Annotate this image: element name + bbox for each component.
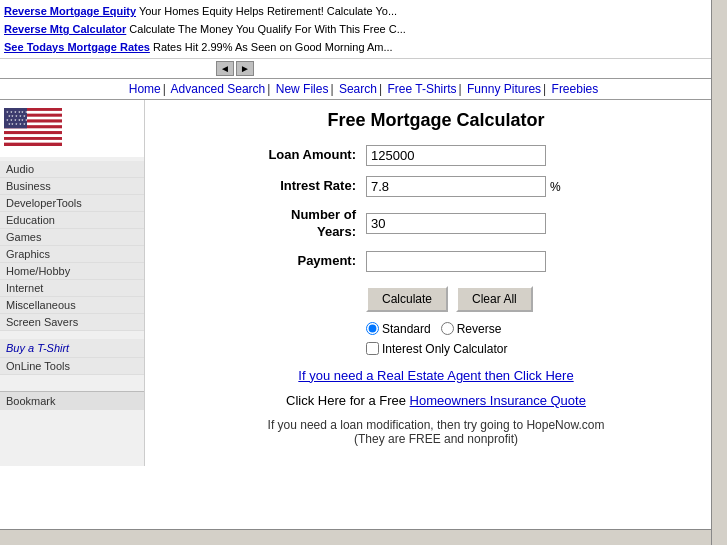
svg-rect-12	[4, 143, 62, 146]
interest-rate-input[interactable]	[366, 176, 546, 197]
nav-free-tshirts[interactable]: Free T-Shirts	[387, 82, 456, 96]
nav-funny-pictures[interactable]: Funny Pitures	[467, 82, 541, 96]
interest-only-checkbox[interactable]	[366, 342, 379, 355]
ad-text-1: Your Homes Equity Helps Retirement! Calc…	[139, 5, 397, 17]
calculator-title: Free Mortgage Calculator	[165, 110, 707, 131]
payment-input-wrapper	[366, 251, 546, 272]
ad-text-3: Rates Hit 2.99% As Seen on Good Morning …	[153, 41, 393, 53]
years-label: Number ofYears:	[256, 207, 366, 241]
payment-row: Payment:	[256, 251, 616, 272]
sidebar-item-screen-savers[interactable]: Screen Savers	[0, 314, 144, 331]
sidebar-item-education[interactable]: Education	[0, 212, 144, 229]
sidebar-item-bookmark[interactable]: Bookmark	[0, 391, 144, 410]
nav-freebies[interactable]: Freebies	[552, 82, 599, 96]
sidebar-item-online-tools[interactable]: OnLine Tools	[0, 358, 144, 375]
years-input[interactable]	[366, 213, 546, 234]
sidebar-item-buy-tshirt[interactable]: Buy a T-Shirt	[0, 339, 144, 358]
svg-rect-11	[4, 140, 62, 143]
interest-only-checkbox-label[interactable]: Interest Only Calculator	[366, 342, 507, 356]
payment-input[interactable]	[366, 251, 546, 272]
years-row: Number ofYears:	[256, 207, 616, 241]
sidebar-item-internet[interactable]: Internet	[0, 280, 144, 297]
svg-rect-8	[4, 131, 62, 134]
real-estate-link-area: If you need a Real Estate Agent then Cli…	[256, 368, 616, 383]
clear-button[interactable]: Clear All	[456, 286, 533, 312]
free-homeowners-area: Click Here for a Free Homeowners Insuran…	[256, 393, 616, 408]
sidebar-item-business[interactable]: Business	[0, 178, 144, 195]
loan-amount-label: Loan Amount:	[256, 147, 366, 164]
interest-rate-row: Intrest Rate: %	[256, 176, 616, 197]
flag-area: ★ ★ ★ ★ ★ ★ ★ ★ ★ ★ ★ ★ ★ ★ ★ ★ ★ ★ ★ ★ …	[0, 100, 144, 157]
svg-rect-7	[4, 128, 62, 131]
main-layout: ★ ★ ★ ★ ★ ★ ★ ★ ★ ★ ★ ★ ★ ★ ★ ★ ★ ★ ★ ★ …	[0, 100, 727, 466]
buttons-row: Calculate Clear All	[366, 286, 616, 312]
sidebar-nav: Audio Business DeveloperTools Education …	[0, 161, 144, 410]
sidebar-item-audio[interactable]: Audio	[0, 161, 144, 178]
interest-rate-input-wrapper: %	[366, 176, 561, 197]
nav-new-files[interactable]: New Files	[276, 82, 329, 96]
loan-amount-input-wrapper	[366, 145, 546, 166]
reverse-label-text: Reverse	[457, 322, 502, 336]
calculate-button[interactable]: Calculate	[366, 286, 448, 312]
free-homeowners-pre: Click Here for a Free	[286, 393, 410, 408]
standard-label-text: Standard	[382, 322, 431, 336]
interest-rate-label: Intrest Rate:	[256, 178, 366, 195]
nav-right-arrow[interactable]: ►	[236, 61, 254, 76]
real-estate-link[interactable]: If you need a Real Estate Agent then Cli…	[298, 368, 573, 383]
nav-search[interactable]: Search	[339, 82, 377, 96]
interest-only-label-text: Interest Only Calculator	[382, 342, 507, 356]
sidebar-item-graphics[interactable]: Graphics	[0, 246, 144, 263]
loan-mod-line1: If you need a loan modification, then tr…	[268, 418, 605, 432]
nav-advanced-search[interactable]: Advanced Search	[171, 82, 266, 96]
interest-rate-suffix: %	[550, 180, 561, 194]
nav-arrows: ◄ ►	[0, 59, 727, 78]
ad-banner: Reverse Mortgage Equity Your Homes Equit…	[0, 0, 727, 59]
sidebar-item-home-hobby[interactable]: Home/Hobby	[0, 263, 144, 280]
nav-home[interactable]: Home	[129, 82, 161, 96]
calculator-form: Loan Amount: Intrest Rate: % Number ofYe…	[256, 145, 616, 446]
radio-row: Standard Reverse	[366, 322, 616, 336]
ad-text-2: Calculate The Money You Qualify For With…	[129, 23, 406, 35]
main-content: Free Mortgage Calculator Loan Amount: In…	[145, 100, 727, 466]
svg-rect-10	[4, 137, 62, 140]
svg-rect-9	[4, 134, 62, 137]
sidebar-divider-1	[0, 331, 144, 339]
free-homeowners-link[interactable]: Homeowners Insurance Quote	[410, 393, 586, 408]
loan-mod-line2: (They are FREE and nonprofit)	[354, 432, 518, 446]
top-nav: Home| Advanced Search| New Files| Search…	[0, 78, 727, 100]
ad-link-2[interactable]: Reverse Mtg Calculator	[4, 23, 126, 35]
years-input-wrapper	[366, 213, 546, 234]
vertical-scrollbar[interactable]	[711, 0, 727, 466]
nav-left-arrow[interactable]: ◄	[216, 61, 234, 76]
sidebar-item-games[interactable]: Games	[0, 229, 144, 246]
checkbox-row: Interest Only Calculator	[366, 342, 616, 356]
ad-link-3[interactable]: See Todays Mortgage Rates	[4, 41, 150, 53]
us-flag-icon: ★ ★ ★ ★ ★ ★ ★ ★ ★ ★ ★ ★ ★ ★ ★ ★ ★ ★ ★ ★ …	[4, 108, 62, 146]
svg-text:★ ★ ★ ★ ★: ★ ★ ★ ★ ★	[8, 122, 26, 126]
standard-radio-label[interactable]: Standard	[366, 322, 431, 336]
reverse-radio[interactable]	[441, 322, 454, 335]
loan-amount-row: Loan Amount:	[256, 145, 616, 166]
loan-mod-area: If you need a loan modification, then tr…	[256, 418, 616, 446]
payment-label: Payment:	[256, 253, 366, 270]
standard-radio[interactable]	[366, 322, 379, 335]
sidebar-item-miscellaneous[interactable]: Miscellaneous	[0, 297, 144, 314]
reverse-radio-label[interactable]: Reverse	[441, 322, 502, 336]
ad-link-1[interactable]: Reverse Mortgage Equity	[4, 5, 136, 17]
loan-amount-input[interactable]	[366, 145, 546, 166]
sidebar-item-developertools[interactable]: DeveloperTools	[0, 195, 144, 212]
sidebar: ★ ★ ★ ★ ★ ★ ★ ★ ★ ★ ★ ★ ★ ★ ★ ★ ★ ★ ★ ★ …	[0, 100, 145, 466]
sidebar-divider-2	[0, 375, 144, 383]
